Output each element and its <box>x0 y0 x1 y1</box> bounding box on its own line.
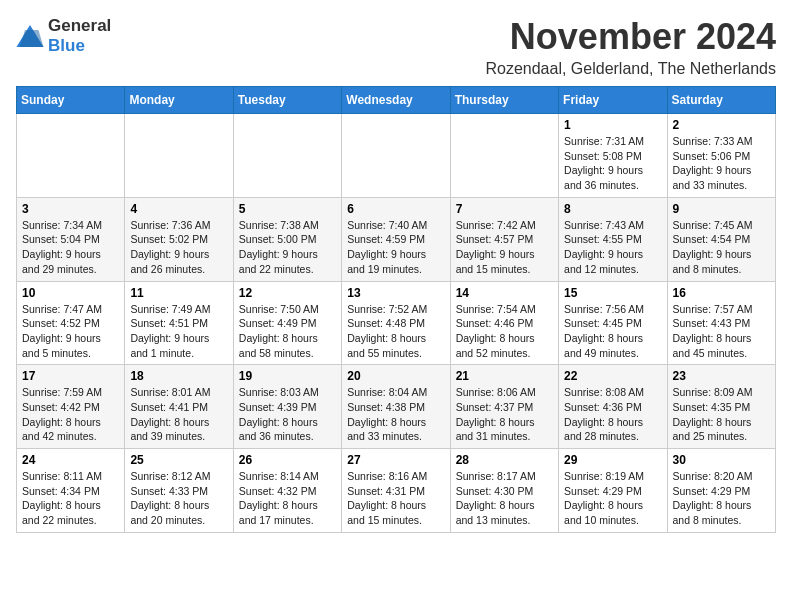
day-info: Sunrise: 7:42 AM Sunset: 4:57 PM Dayligh… <box>456 218 553 277</box>
weekday-header: Tuesday <box>233 87 341 114</box>
day-info: Sunrise: 8:17 AM Sunset: 4:30 PM Dayligh… <box>456 469 553 528</box>
day-info: Sunrise: 7:38 AM Sunset: 5:00 PM Dayligh… <box>239 218 336 277</box>
calendar-cell: 27Sunrise: 8:16 AM Sunset: 4:31 PM Dayli… <box>342 449 450 533</box>
day-info: Sunrise: 7:36 AM Sunset: 5:02 PM Dayligh… <box>130 218 227 277</box>
day-number: 6 <box>347 202 444 216</box>
calendar-cell <box>125 114 233 198</box>
day-info: Sunrise: 8:01 AM Sunset: 4:41 PM Dayligh… <box>130 385 227 444</box>
day-info: Sunrise: 8:16 AM Sunset: 4:31 PM Dayligh… <box>347 469 444 528</box>
weekday-header: Saturday <box>667 87 775 114</box>
day-number: 19 <box>239 369 336 383</box>
logo-blue-text: Blue <box>48 36 85 55</box>
calendar-cell: 6Sunrise: 7:40 AM Sunset: 4:59 PM Daylig… <box>342 197 450 281</box>
day-info: Sunrise: 8:03 AM Sunset: 4:39 PM Dayligh… <box>239 385 336 444</box>
day-number: 2 <box>673 118 770 132</box>
calendar-table: SundayMondayTuesdayWednesdayThursdayFrid… <box>16 86 776 533</box>
day-info: Sunrise: 7:57 AM Sunset: 4:43 PM Dayligh… <box>673 302 770 361</box>
calendar-cell: 24Sunrise: 8:11 AM Sunset: 4:34 PM Dayli… <box>17 449 125 533</box>
calendar-week-row: 10Sunrise: 7:47 AM Sunset: 4:52 PM Dayli… <box>17 281 776 365</box>
weekday-header-row: SundayMondayTuesdayWednesdayThursdayFrid… <box>17 87 776 114</box>
day-info: Sunrise: 7:40 AM Sunset: 4:59 PM Dayligh… <box>347 218 444 277</box>
calendar-cell: 1Sunrise: 7:31 AM Sunset: 5:08 PM Daylig… <box>559 114 667 198</box>
calendar-cell: 4Sunrise: 7:36 AM Sunset: 5:02 PM Daylig… <box>125 197 233 281</box>
day-info: Sunrise: 8:06 AM Sunset: 4:37 PM Dayligh… <box>456 385 553 444</box>
day-info: Sunrise: 7:45 AM Sunset: 4:54 PM Dayligh… <box>673 218 770 277</box>
calendar-cell: 25Sunrise: 8:12 AM Sunset: 4:33 PM Dayli… <box>125 449 233 533</box>
day-number: 25 <box>130 453 227 467</box>
page-header: General Blue November 2024 Rozendaal, Ge… <box>16 16 776 78</box>
day-info: Sunrise: 8:04 AM Sunset: 4:38 PM Dayligh… <box>347 385 444 444</box>
calendar-week-row: 24Sunrise: 8:11 AM Sunset: 4:34 PM Dayli… <box>17 449 776 533</box>
day-info: Sunrise: 8:14 AM Sunset: 4:32 PM Dayligh… <box>239 469 336 528</box>
calendar-cell: 16Sunrise: 7:57 AM Sunset: 4:43 PM Dayli… <box>667 281 775 365</box>
logo-icon <box>16 25 44 47</box>
day-number: 4 <box>130 202 227 216</box>
day-number: 27 <box>347 453 444 467</box>
day-number: 15 <box>564 286 661 300</box>
day-info: Sunrise: 8:08 AM Sunset: 4:36 PM Dayligh… <box>564 385 661 444</box>
calendar-cell: 26Sunrise: 8:14 AM Sunset: 4:32 PM Dayli… <box>233 449 341 533</box>
calendar-cell <box>342 114 450 198</box>
day-number: 14 <box>456 286 553 300</box>
calendar-week-row: 1Sunrise: 7:31 AM Sunset: 5:08 PM Daylig… <box>17 114 776 198</box>
logo-general-text: General <box>48 16 111 35</box>
day-info: Sunrise: 7:31 AM Sunset: 5:08 PM Dayligh… <box>564 134 661 193</box>
day-number: 18 <box>130 369 227 383</box>
day-info: Sunrise: 7:56 AM Sunset: 4:45 PM Dayligh… <box>564 302 661 361</box>
calendar-cell <box>450 114 558 198</box>
calendar-cell: 7Sunrise: 7:42 AM Sunset: 4:57 PM Daylig… <box>450 197 558 281</box>
day-info: Sunrise: 7:49 AM Sunset: 4:51 PM Dayligh… <box>130 302 227 361</box>
day-info: Sunrise: 8:09 AM Sunset: 4:35 PM Dayligh… <box>673 385 770 444</box>
calendar-cell <box>17 114 125 198</box>
weekday-header: Friday <box>559 87 667 114</box>
day-number: 17 <box>22 369 119 383</box>
calendar-week-row: 3Sunrise: 7:34 AM Sunset: 5:04 PM Daylig… <box>17 197 776 281</box>
calendar-cell: 29Sunrise: 8:19 AM Sunset: 4:29 PM Dayli… <box>559 449 667 533</box>
calendar-cell <box>233 114 341 198</box>
day-number: 3 <box>22 202 119 216</box>
day-number: 11 <box>130 286 227 300</box>
day-number: 20 <box>347 369 444 383</box>
location-title: Rozendaal, Gelderland, The Netherlands <box>485 60 776 78</box>
weekday-header: Wednesday <box>342 87 450 114</box>
weekday-header: Thursday <box>450 87 558 114</box>
weekday-header: Monday <box>125 87 233 114</box>
day-number: 9 <box>673 202 770 216</box>
day-number: 5 <box>239 202 336 216</box>
day-info: Sunrise: 7:54 AM Sunset: 4:46 PM Dayligh… <box>456 302 553 361</box>
day-number: 1 <box>564 118 661 132</box>
day-number: 10 <box>22 286 119 300</box>
day-number: 13 <box>347 286 444 300</box>
calendar-week-row: 17Sunrise: 7:59 AM Sunset: 4:42 PM Dayli… <box>17 365 776 449</box>
calendar-cell: 14Sunrise: 7:54 AM Sunset: 4:46 PM Dayli… <box>450 281 558 365</box>
day-number: 22 <box>564 369 661 383</box>
day-number: 16 <box>673 286 770 300</box>
calendar-cell: 30Sunrise: 8:20 AM Sunset: 4:29 PM Dayli… <box>667 449 775 533</box>
month-title: November 2024 <box>485 16 776 58</box>
day-info: Sunrise: 7:33 AM Sunset: 5:06 PM Dayligh… <box>673 134 770 193</box>
day-number: 8 <box>564 202 661 216</box>
calendar-cell: 23Sunrise: 8:09 AM Sunset: 4:35 PM Dayli… <box>667 365 775 449</box>
logo: General Blue <box>16 16 111 56</box>
day-info: Sunrise: 7:50 AM Sunset: 4:49 PM Dayligh… <box>239 302 336 361</box>
day-number: 12 <box>239 286 336 300</box>
day-number: 26 <box>239 453 336 467</box>
calendar-cell: 19Sunrise: 8:03 AM Sunset: 4:39 PM Dayli… <box>233 365 341 449</box>
calendar-cell: 2Sunrise: 7:33 AM Sunset: 5:06 PM Daylig… <box>667 114 775 198</box>
calendar-cell: 20Sunrise: 8:04 AM Sunset: 4:38 PM Dayli… <box>342 365 450 449</box>
svg-marker-1 <box>20 30 44 47</box>
day-number: 23 <box>673 369 770 383</box>
weekday-header: Sunday <box>17 87 125 114</box>
day-info: Sunrise: 7:52 AM Sunset: 4:48 PM Dayligh… <box>347 302 444 361</box>
calendar-cell: 8Sunrise: 7:43 AM Sunset: 4:55 PM Daylig… <box>559 197 667 281</box>
day-number: 30 <box>673 453 770 467</box>
title-block: November 2024 Rozendaal, Gelderland, The… <box>485 16 776 78</box>
calendar-cell: 12Sunrise: 7:50 AM Sunset: 4:49 PM Dayli… <box>233 281 341 365</box>
calendar-cell: 18Sunrise: 8:01 AM Sunset: 4:41 PM Dayli… <box>125 365 233 449</box>
calendar-cell: 10Sunrise: 7:47 AM Sunset: 4:52 PM Dayli… <box>17 281 125 365</box>
calendar-cell: 21Sunrise: 8:06 AM Sunset: 4:37 PM Dayli… <box>450 365 558 449</box>
calendar-cell: 13Sunrise: 7:52 AM Sunset: 4:48 PM Dayli… <box>342 281 450 365</box>
day-info: Sunrise: 8:12 AM Sunset: 4:33 PM Dayligh… <box>130 469 227 528</box>
calendar-cell: 3Sunrise: 7:34 AM Sunset: 5:04 PM Daylig… <box>17 197 125 281</box>
calendar-cell: 11Sunrise: 7:49 AM Sunset: 4:51 PM Dayli… <box>125 281 233 365</box>
